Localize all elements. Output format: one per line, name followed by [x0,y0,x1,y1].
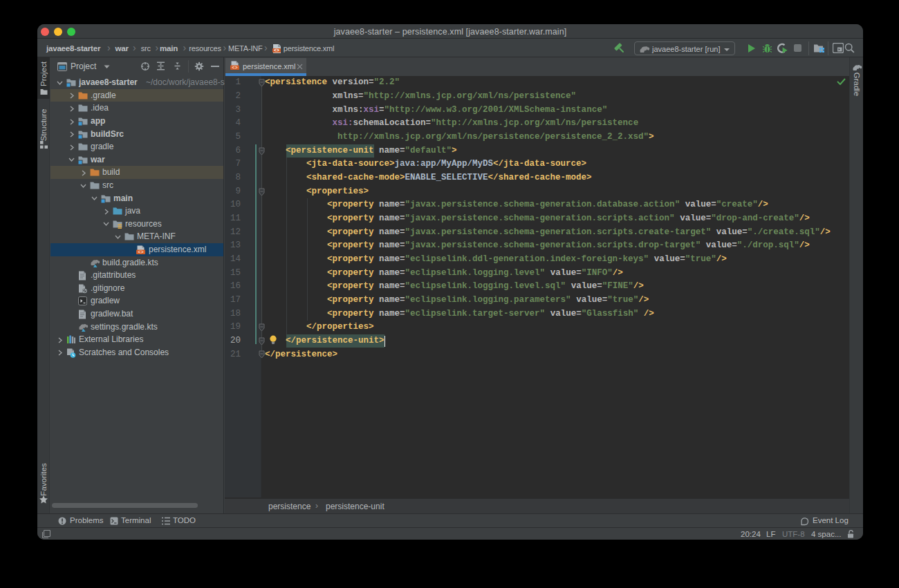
svg-text:<>: <> [232,65,237,70]
svg-text:<>: <> [138,249,143,255]
svg-text:<>: <> [274,48,279,53]
